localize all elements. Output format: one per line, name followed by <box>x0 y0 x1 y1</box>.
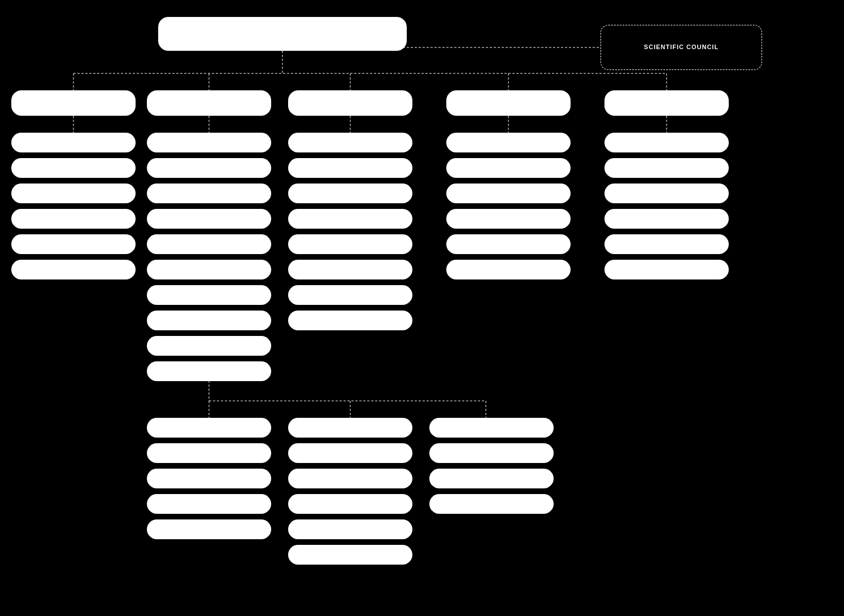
sub-c-child3 <box>429 469 554 488</box>
b5-child2 <box>604 158 729 178</box>
b1-child4 <box>11 209 136 229</box>
b2-child3 <box>147 184 271 203</box>
b4-child3 <box>446 184 571 203</box>
b1-child6 <box>11 260 136 279</box>
b5-child4 <box>604 209 729 229</box>
b3-child4 <box>288 209 412 229</box>
b5-child3 <box>604 184 729 203</box>
sub-a-child1 <box>147 418 271 438</box>
sub-a-child4 <box>147 494 271 514</box>
b5-child5 <box>604 234 729 254</box>
b3-child7 <box>288 285 412 305</box>
b2-child1 <box>147 133 271 152</box>
b1-child3 <box>11 184 136 203</box>
sub-b-child5 <box>288 519 412 539</box>
b2-child5 <box>147 234 271 254</box>
branch4-header <box>446 90 571 116</box>
scientific-council-node: SCIENTIFIC COUNCIL <box>601 25 762 70</box>
b4-child1 <box>446 133 571 152</box>
sub-b-child2 <box>288 443 412 463</box>
b5-child6 <box>604 260 729 279</box>
org-chart: SCIENTIFIC COUNCIL <box>0 0 844 616</box>
sub-b-child1 <box>288 418 412 438</box>
sub-c-child4 <box>429 494 554 514</box>
b2-child7 <box>147 285 271 305</box>
b3-child3 <box>288 184 412 203</box>
b2-child6 <box>147 260 271 279</box>
b1-child1 <box>11 133 136 152</box>
b2-child8 <box>147 311 271 330</box>
branch3-header <box>288 90 412 116</box>
b2-child10 <box>147 361 271 381</box>
b3-child1 <box>288 133 412 152</box>
b3-child2 <box>288 158 412 178</box>
sub-a-child5 <box>147 519 271 539</box>
b2-child9 <box>147 336 271 356</box>
root-node <box>158 17 407 51</box>
b1-child5 <box>11 234 136 254</box>
sub-b-child3 <box>288 469 412 488</box>
branch1-header <box>11 90 136 116</box>
b3-child8 <box>288 311 412 330</box>
b4-child5 <box>446 234 571 254</box>
b2-child4 <box>147 209 271 229</box>
sub-a-child2 <box>147 443 271 463</box>
scientific-council-label: SCIENTIFIC COUNCIL <box>644 43 719 51</box>
branch2-header <box>147 90 271 116</box>
b3-child5 <box>288 234 412 254</box>
b5-child1 <box>604 133 729 152</box>
b1-child2 <box>11 158 136 178</box>
sub-c-child1 <box>429 418 554 438</box>
sub-b-child6 <box>288 545 412 565</box>
b3-child6 <box>288 260 412 279</box>
b4-child6 <box>446 260 571 279</box>
branch5-header <box>604 90 729 116</box>
b2-child2 <box>147 158 271 178</box>
sub-c-child2 <box>429 443 554 463</box>
sub-b-child4 <box>288 494 412 514</box>
b4-child4 <box>446 209 571 229</box>
sub-a-child3 <box>147 469 271 488</box>
b4-child2 <box>446 158 571 178</box>
